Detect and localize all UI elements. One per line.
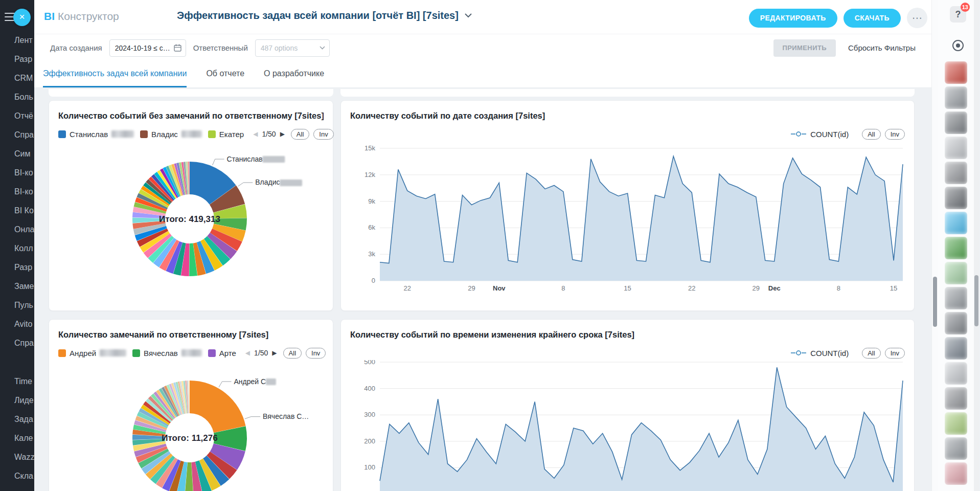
target-icon[interactable] bbox=[952, 40, 964, 51]
blurred-avatar-tile[interactable] bbox=[945, 287, 967, 309]
sidebar-item[interactable]: Онла bbox=[0, 220, 34, 239]
legend-item[interactable]: Вячеслав bbox=[132, 349, 202, 358]
donut-segment[interactable] bbox=[190, 381, 246, 433]
legend-item[interactable]: Арте bbox=[208, 349, 236, 358]
sidebar-item[interactable]: Спра bbox=[0, 125, 34, 144]
all-button[interactable]: All bbox=[283, 348, 302, 359]
tab-item[interactable]: Об отчете bbox=[206, 61, 244, 87]
chart-legend: СтаниславВладисЕкатер◀1/50▶AllInv bbox=[58, 128, 324, 140]
all-button[interactable]: All bbox=[862, 129, 880, 140]
inv-button[interactable]: Inv bbox=[313, 129, 333, 140]
sidebar-item[interactable]: Пуль bbox=[0, 296, 34, 315]
apply-button[interactable]: ПРИМЕНИТЬ bbox=[773, 39, 836, 57]
avatar-image bbox=[945, 462, 967, 485]
sidebar-item[interactable]: Time bbox=[0, 372, 34, 391]
legend-swatch bbox=[208, 130, 216, 138]
close-sidebar-button[interactable]: × bbox=[13, 9, 31, 26]
blurred-avatar-tile[interactable] bbox=[945, 212, 967, 234]
date-filter-input[interactable]: 2024-10-19 ≤ с… bbox=[109, 39, 186, 57]
legend-item[interactable]: Станислав bbox=[58, 130, 134, 139]
blurred-avatar-tile[interactable] bbox=[945, 86, 967, 109]
legend-next-button[interactable]: ▶ bbox=[280, 130, 285, 138]
legend-next-button[interactable]: ▶ bbox=[272, 349, 277, 356]
download-button[interactable]: СКАЧАТЬ bbox=[844, 9, 901, 28]
blurred-avatar-tile[interactable] bbox=[945, 387, 967, 410]
inv-button[interactable]: Inv bbox=[885, 348, 905, 359]
scrollbar-thumb[interactable] bbox=[933, 277, 937, 327]
blurred-avatar-tile[interactable] bbox=[945, 437, 967, 460]
legend-item[interactable]: Владис bbox=[140, 130, 202, 139]
sidebar-item[interactable]: Сим bbox=[0, 144, 34, 163]
sidebar-item[interactable]: BI-ко bbox=[0, 163, 34, 182]
title-dropdown-icon[interactable] bbox=[465, 13, 472, 18]
blurred-avatar-tile[interactable] bbox=[945, 412, 967, 435]
inv-button[interactable]: Inv bbox=[306, 348, 326, 359]
y-tick-label: 12k bbox=[364, 171, 375, 178]
edit-button[interactable]: РЕДАКТИРОВАТЬ bbox=[749, 9, 837, 28]
avatar-image bbox=[945, 262, 967, 284]
sidebar-item[interactable]: BI Ко bbox=[0, 201, 34, 220]
sidebar-item[interactable]: Заме bbox=[0, 277, 34, 296]
tab-active[interactable]: Эффективность задач всей компании bbox=[43, 61, 187, 87]
page-title: Эффективность задач всей компании [отчёт… bbox=[177, 10, 459, 21]
sidebar-item[interactable]: Лиде bbox=[0, 391, 34, 410]
scrollbar-thumb[interactable] bbox=[974, 275, 978, 326]
legend-item[interactable]: Андрей bbox=[58, 349, 126, 358]
blurred-avatar-tile[interactable] bbox=[945, 362, 967, 385]
blurred-avatar-tile[interactable] bbox=[945, 237, 967, 259]
blurred-avatar-tile[interactable] bbox=[945, 111, 967, 134]
area-chart-deadline[interactable]: 100200300400500 bbox=[350, 360, 906, 491]
panel-scrollbar[interactable] bbox=[974, 0, 979, 491]
sidebar-item[interactable]: BI-ко bbox=[0, 182, 34, 201]
blurred-avatar-tile[interactable] bbox=[945, 262, 967, 284]
tab-item[interactable]: О разработчике bbox=[264, 61, 324, 87]
sidebar-item[interactable]: CRM bbox=[0, 69, 34, 87]
sidebar-item[interactable]: Отчё bbox=[0, 106, 34, 125]
avatar-image bbox=[945, 61, 967, 84]
inv-button[interactable]: Inv bbox=[885, 129, 905, 140]
sidebar-item[interactable]: Колл bbox=[0, 239, 34, 258]
legend-label: Арте bbox=[219, 349, 236, 358]
donut-chart-remarks[interactable]: Андрей СВячеслав С…Итого: 11,276 bbox=[58, 360, 325, 491]
x-tick-label: 29 bbox=[753, 284, 760, 292]
all-button[interactable]: All bbox=[291, 129, 309, 140]
sidebar-item[interactable]: Разр bbox=[0, 258, 34, 277]
legend-prev-button[interactable]: ◀ bbox=[253, 130, 258, 138]
all-button[interactable]: All bbox=[862, 348, 880, 359]
main-scrollbar[interactable] bbox=[931, 0, 938, 491]
blurred-avatar-tile[interactable] bbox=[945, 312, 967, 334]
avatar-image bbox=[945, 437, 967, 460]
y-tick-label: 0 bbox=[372, 277, 375, 284]
sidebar-item[interactable]: Avito bbox=[0, 315, 34, 333]
blurred-avatar-tile[interactable] bbox=[945, 337, 967, 360]
legend-item[interactable]: COUNT(id) bbox=[791, 130, 849, 139]
sidebar-item[interactable]: Почт bbox=[0, 485, 34, 491]
help-button[interactable]: ? 13 bbox=[950, 6, 966, 23]
chart-legend: COUNT(id)AllInv bbox=[350, 347, 905, 359]
legend-item[interactable]: Екатер bbox=[208, 130, 244, 139]
sidebar-item[interactable]: Боль bbox=[0, 87, 34, 106]
sidebar-item[interactable]: Кале bbox=[0, 429, 34, 448]
responsible-select[interactable]: 487 options bbox=[255, 39, 330, 57]
blurred-avatar-tile[interactable] bbox=[945, 137, 967, 159]
reset-filters-button[interactable]: Сбросить Фильтры bbox=[843, 43, 921, 52]
donut-chart-no-remarks[interactable]: СтаниславВладисИтого: 419,313 bbox=[58, 141, 325, 296]
sidebar-item[interactable]: Зада bbox=[0, 410, 34, 429]
blurred-avatar-tile[interactable] bbox=[945, 187, 967, 209]
chart-card-remarks: Количество замечаний по ответственному [… bbox=[49, 319, 333, 491]
blurred-avatar-tile[interactable] bbox=[945, 462, 967, 485]
sidebar-item[interactable]: Лент bbox=[0, 31, 34, 50]
sidebar-item[interactable]: Скла bbox=[0, 466, 34, 485]
sidebar-item[interactable]: Wazz bbox=[0, 448, 34, 466]
sidebar-item[interactable]: Разр bbox=[0, 50, 34, 69]
area-chart-by-date[interactable]: 03k6k9k12k15k2229Nov8152229Dec815 bbox=[350, 141, 906, 295]
app-logo[interactable]: BIКонструктор bbox=[44, 10, 119, 23]
blurred-avatar-tile[interactable] bbox=[945, 162, 967, 184]
blurred-avatar-tile[interactable] bbox=[945, 61, 967, 84]
sidebar-item[interactable]: Спра bbox=[0, 333, 34, 352]
more-menu-button[interactable]: ⋯ bbox=[907, 8, 927, 28]
area-fill[interactable] bbox=[380, 367, 903, 491]
legend-prev-button[interactable]: ◀ bbox=[245, 349, 250, 356]
legend-item[interactable]: COUNT(id) bbox=[791, 349, 849, 358]
legend-page-indicator: 1/50 bbox=[262, 130, 276, 138]
